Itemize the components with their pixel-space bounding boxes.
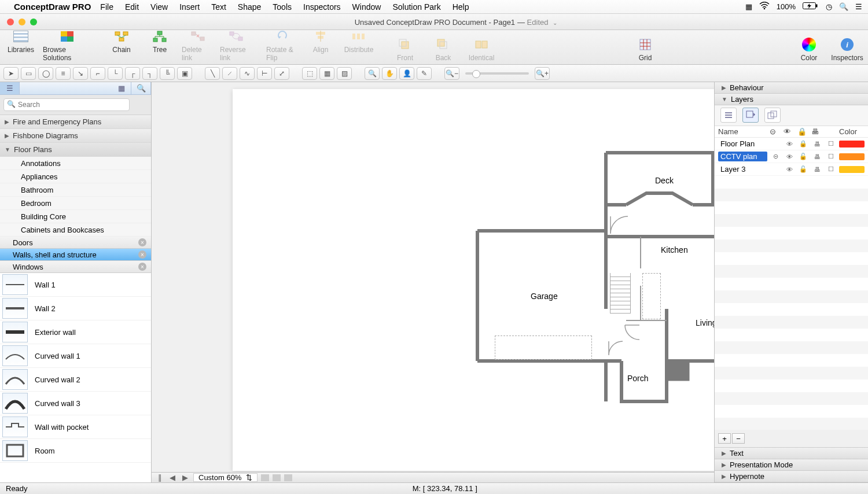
shape-wall-pocket[interactable]: Wall with pocket	[0, 415, 151, 439]
group-tool-3[interactable]: ▨	[337, 67, 352, 80]
inspectors-button[interactable]: iInspectors	[831, 36, 863, 62]
menu-help[interactable]: Help	[453, 2, 469, 12]
section-text[interactable]: ▶Text	[715, 448, 868, 459]
shape-wall-1[interactable]: Wall 1	[0, 273, 151, 297]
page-thumb-2[interactable]	[273, 474, 281, 481]
menu-insert[interactable]: Insert	[179, 2, 200, 12]
pen-tool[interactable]: ✎	[417, 67, 432, 80]
page[interactable]: Deck Kitchen Din Garage Living Porch	[233, 89, 714, 471]
menu-solution-park[interactable]: Solution Park	[392, 2, 440, 12]
section-presentation[interactable]: ▶Presentation Mode	[715, 459, 868, 471]
zoom-in[interactable]: 🔍+	[535, 67, 550, 80]
zoom-slider[interactable]	[465, 72, 529, 75]
close-icon[interactable]: ×	[138, 250, 146, 259]
document-title[interactable]: Unsaved ConceptDraw PRO Document - Page1…	[355, 17, 558, 27]
grid-button[interactable]: Grid	[629, 36, 661, 62]
lib-doors[interactable]: Doors×	[0, 237, 151, 249]
remove-layer-button[interactable]: −	[732, 433, 745, 444]
page-thumb-1[interactable]	[261, 474, 269, 481]
subcat-bedroom[interactable]: Bedroom	[0, 197, 151, 210]
layer-view-2[interactable]	[742, 108, 759, 123]
battery-icon[interactable]	[803, 2, 819, 12]
layer-view-3[interactable]	[764, 108, 781, 123]
section-hypernote[interactable]: ▶Hypernote	[715, 471, 868, 482]
category-fishbone[interactable]: ▶Fishbone Diagrams	[0, 129, 151, 143]
lib-tab-tree[interactable]: ☰	[0, 82, 20, 94]
canvas[interactable]: Deck Kitchen Din Garage Living Porch ‖ ◀…	[152, 82, 714, 482]
page-thumb-3[interactable]	[284, 474, 292, 481]
close-window[interactable]	[7, 19, 14, 25]
app-name[interactable]: ConceptDraw PRO	[14, 2, 91, 12]
eyedrop-tool[interactable]: 👤	[399, 67, 414, 80]
shape-curved-wall-1[interactable]: Curved wall 1	[0, 344, 151, 368]
spotlight-icon[interactable]: 🔍	[839, 2, 848, 11]
page-next[interactable]: ▶	[181, 473, 190, 482]
hand-tool[interactable]: ✋	[382, 67, 397, 80]
wifi-icon[interactable]	[759, 2, 770, 12]
lib-walls[interactable]: Walls, shell and structure×	[0, 249, 151, 261]
menu-view[interactable]: View	[150, 2, 168, 12]
text-tool[interactable]: ≡	[56, 67, 71, 80]
close-icon[interactable]: ×	[138, 263, 146, 271]
color-button[interactable]: Color	[793, 36, 825, 62]
page-prev[interactable]: ◀	[168, 473, 177, 482]
shape-exterior-wall[interactable]: Exterior wall	[0, 320, 151, 344]
lib-windows[interactable]: Windows×	[0, 261, 151, 273]
lib-tab-search[interactable]: 🔍	[131, 82, 151, 94]
library-search-input[interactable]	[3, 98, 130, 111]
shape-curved-wall-2[interactable]: Curved wall 2	[0, 368, 151, 392]
layout-icon[interactable]: ▦	[745, 2, 752, 11]
add-layer-button[interactable]: +	[718, 433, 731, 444]
zoom-window[interactable]	[30, 19, 37, 25]
menu-edit[interactable]: Edit	[125, 2, 139, 12]
pane-toggle[interactable]: ‖	[155, 473, 164, 482]
subcat-annotations[interactable]: Annotations	[0, 157, 151, 170]
connector-5[interactable]: ┐	[142, 67, 157, 80]
subcat-appliances[interactable]: Appliances	[0, 170, 151, 183]
chain-button[interactable]: Chain	[105, 28, 138, 62]
shape-curved-wall-3[interactable]: Curved wall 3	[0, 392, 151, 415]
pointer-tool[interactable]: ➤	[3, 67, 19, 80]
category-fire-emergency[interactable]: ▶Fire and Emergency Plans	[0, 115, 151, 129]
connector-2[interactable]: ⌐	[90, 67, 105, 80]
connector-3[interactable]: └	[108, 67, 123, 80]
zoom-tool[interactable]: 🔍	[365, 67, 380, 80]
rect-tool[interactable]: ▭	[21, 67, 36, 80]
distribute-button[interactable]: Distribute	[343, 28, 375, 62]
section-layers[interactable]: ▼Layers	[715, 94, 868, 105]
menu-window[interactable]: Window	[352, 2, 381, 12]
connector-1[interactable]: ↘	[73, 67, 88, 80]
shape-wall-2[interactable]: Wall 2	[0, 297, 151, 320]
tree-button[interactable]: Tree	[144, 28, 176, 62]
subcat-cabinets[interactable]: Cabinets and Bookcases	[0, 223, 151, 237]
connector-snap[interactable]: ▣	[177, 67, 192, 80]
menu-inspectors[interactable]: Inspectors	[303, 2, 341, 12]
close-icon[interactable]: ×	[138, 238, 146, 246]
connector-4[interactable]: ┌	[125, 67, 140, 80]
category-floor-plans[interactable]: ▼Floor Plans	[0, 143, 151, 157]
back-button[interactable]: Back	[427, 36, 459, 62]
minimize-window[interactable]	[19, 19, 25, 25]
list-icon[interactable]: ☰	[855, 2, 862, 11]
group-tool-2[interactable]: ▦	[319, 67, 334, 80]
rotate-flip-button[interactable]: Rotate & Flip	[266, 28, 299, 62]
layer-row-cctv[interactable]: CCTV plan⊝👁🔓🖶☐	[715, 150, 868, 163]
identical-button[interactable]: Identical	[465, 36, 498, 62]
zoom-out[interactable]: 🔍−	[444, 67, 459, 80]
arc-tool[interactable]: ⟋	[222, 67, 237, 80]
menu-file[interactable]: File	[100, 2, 113, 12]
menu-text[interactable]: Text	[211, 2, 226, 12]
clock-icon[interactable]: ◷	[826, 2, 832, 11]
section-behaviour[interactable]: ▶Behaviour	[715, 82, 868, 94]
shape-room[interactable]: Room	[0, 439, 151, 463]
floor-plan-drawing[interactable]: Deck Kitchen Din Garage Living Porch	[476, 147, 714, 471]
group-tool-1[interactable]: ⬚	[302, 67, 317, 80]
menu-tools[interactable]: Tools	[273, 2, 292, 12]
layer-view-1[interactable]	[720, 108, 737, 123]
reverse-link-button[interactable]: Reverse link	[220, 28, 252, 62]
layer-row-floor-plan[interactable]: Floor Plan👁🔒🖶☐	[715, 138, 868, 150]
layer-row-layer3[interactable]: Layer 3👁🔓🖶☐	[715, 163, 868, 176]
subcat-building-core[interactable]: Building Core	[0, 210, 151, 223]
dimension-tool[interactable]: ⊢	[257, 67, 272, 80]
spline-tool[interactable]: ∿	[240, 67, 255, 80]
